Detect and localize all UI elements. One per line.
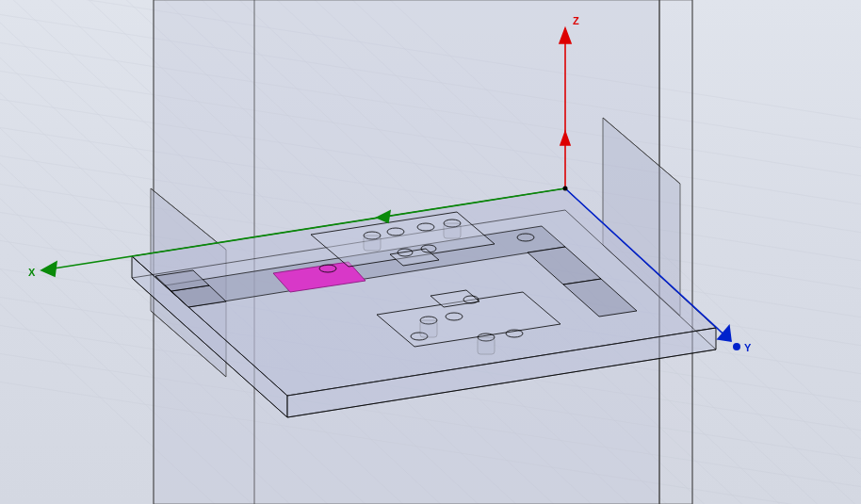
svg-rect-76 [444, 223, 461, 238]
svg-rect-73 [420, 320, 437, 337]
svg-rect-75 [364, 236, 381, 251]
axis-z-label: Z [573, 15, 579, 26]
axis-y-label: Y [744, 342, 752, 353]
axis-x-label: X [28, 267, 36, 278]
axis-origin [563, 187, 568, 191]
hfss-3d-viewport[interactable]: X Y Z [0, 0, 861, 504]
svg-marker-81 [718, 326, 731, 341]
svg-rect-74 [478, 337, 495, 354]
svg-marker-78 [41, 262, 57, 276]
svg-point-82 [733, 343, 740, 350]
